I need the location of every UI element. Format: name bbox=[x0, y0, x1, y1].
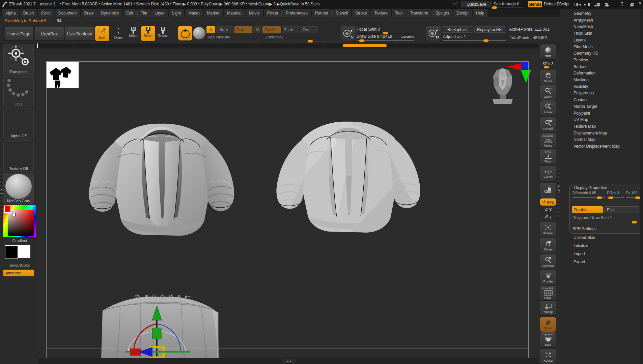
draw-size-slider[interactable] bbox=[357, 40, 414, 41]
tool-section-preview[interactable]: Preview bbox=[574, 58, 588, 62]
tool-section-nanomesh[interactable]: NanoMesh bbox=[574, 24, 593, 29]
z-intensity-slider[interactable] bbox=[265, 41, 340, 41]
home-page-button[interactable]: Home Page bbox=[5, 27, 33, 40]
menu-layer[interactable]: Layer bbox=[151, 9, 168, 17]
tool-section-uv-map[interactable]: UV Map bbox=[574, 117, 588, 122]
menu-alpha[interactable]: Alpha bbox=[2, 9, 19, 17]
ghost-button[interactable]: Ghost bbox=[540, 317, 556, 332]
menu-color[interactable]: Color bbox=[38, 9, 54, 17]
tray-segment[interactable] bbox=[288, 44, 324, 48]
zoom-button[interactable]: Zoom bbox=[540, 85, 556, 100]
tool-section-normal-map[interactable]: Normal Map bbox=[574, 137, 595, 142]
locator-icon[interactable] bbox=[151, 294, 157, 300]
tray-segment[interactable] bbox=[109, 44, 144, 48]
stroke-s-button[interactable]: S bbox=[341, 26, 356, 41]
menu-stroke[interactable]: Stroke bbox=[352, 9, 370, 17]
toggle-rgb-button[interactable]: Rgb bbox=[234, 26, 252, 33]
adjust-last-slider[interactable] bbox=[443, 40, 506, 41]
tray-segment[interactable] bbox=[503, 44, 538, 48]
stroke-dots-tile[interactable]: Dots bbox=[3, 76, 34, 107]
right-tray-divider[interactable]: ▸◂ bbox=[557, 168, 560, 219]
replay-last-rel-button[interactable]: ReplayLastRel bbox=[474, 26, 506, 33]
menu-light[interactable]: Light bbox=[169, 9, 184, 17]
menu-document[interactable]: Document bbox=[55, 9, 80, 17]
focal-shift-slider[interactable] bbox=[357, 33, 414, 33]
tray-left-toggle-icon[interactable]: ◀ bbox=[575, 3, 581, 6]
menu-zscript[interactable]: Zscript bbox=[453, 9, 472, 17]
secondary-color-swatch[interactable] bbox=[18, 245, 30, 258]
right-scrollbar[interactable] bbox=[640, 9, 643, 364]
window-next-icon[interactable]: ▶ bbox=[604, 3, 609, 7]
tray-segment[interactable] bbox=[217, 44, 252, 48]
menu-material[interactable]: Material bbox=[224, 9, 245, 17]
tray-segment[interactable] bbox=[431, 44, 467, 48]
dres-handle[interactable] bbox=[608, 196, 613, 199]
solo-button[interactable]: DynamicSolo bbox=[540, 332, 556, 347]
bpr-settings-item[interactable]: BPR Settings bbox=[572, 226, 596, 231]
tool-section-visibility[interactable]: Visibility bbox=[574, 84, 588, 89]
menu-help[interactable]: Help bbox=[473, 9, 488, 17]
menu-edit[interactable]: Edit bbox=[123, 9, 137, 17]
tool-section-contact[interactable]: Contact bbox=[574, 97, 587, 102]
tool-section-unified-skin[interactable]: Unified Skin bbox=[574, 235, 595, 240]
aahalf-button[interactable]: AAHalf bbox=[540, 117, 556, 132]
mode-edit-button[interactable]: Edit bbox=[95, 26, 109, 41]
transpose-tile[interactable]: Transpose bbox=[3, 44, 34, 75]
tray-segment[interactable] bbox=[38, 44, 73, 48]
z-button[interactable]: ↺ Z bbox=[540, 214, 556, 220]
mode-rotate-button[interactable]: RRotate bbox=[156, 26, 170, 41]
move-button[interactable]: Move bbox=[540, 238, 556, 253]
scroll-button[interactable]: Scroll bbox=[540, 70, 556, 85]
actual-button[interactable]: x1Actual bbox=[540, 100, 556, 116]
tool-section-geometry-hd[interactable]: Geometry HD bbox=[574, 51, 598, 56]
tool-section-displacement-map[interactable]: Displacement Map bbox=[574, 131, 607, 135]
tool-section-export[interactable]: Export bbox=[574, 260, 585, 264]
adjust-last-handle[interactable] bbox=[483, 39, 488, 42]
mode-move-button[interactable]: MMove bbox=[126, 26, 140, 41]
toggle-line-icon[interactable] bbox=[185, 294, 191, 300]
left-tray-divider[interactable]: ▸◂ bbox=[0, 170, 3, 221]
reset-icon[interactable]: ↺ bbox=[168, 294, 174, 300]
persp-button[interactable]: DynamicPersp bbox=[540, 133, 556, 148]
alpha-tile[interactable]: Alpha Off bbox=[3, 109, 34, 139]
tool-section-polygroups[interactable]: Polygroups bbox=[574, 91, 594, 95]
pin-icon[interactable] bbox=[143, 294, 148, 300]
es-handle[interactable] bbox=[635, 196, 640, 199]
tool-section-initialize[interactable]: Initialize bbox=[574, 243, 588, 248]
toggle-a-button[interactable]: A bbox=[206, 26, 215, 33]
restore-button[interactable] bbox=[630, 3, 634, 6]
tray-progress-bar[interactable] bbox=[343, 44, 387, 47]
toggle-zadd-button[interactable]: Zadd bbox=[262, 26, 281, 33]
tray-segment[interactable] bbox=[252, 44, 287, 48]
tool-section-morph-target[interactable]: Morph Target bbox=[574, 104, 597, 109]
canvas-scrollbar[interactable]: ◂▸ bbox=[283, 359, 296, 363]
dsmooth-slider[interactable] bbox=[572, 197, 605, 198]
menu-movie[interactable]: Movie bbox=[246, 9, 263, 17]
frame-button[interactable]: Frame bbox=[540, 222, 556, 237]
menu-picker[interactable]: Picker bbox=[264, 9, 282, 17]
rotate-button[interactable]: Rotate bbox=[540, 270, 556, 285]
menu-macro[interactable]: Macro bbox=[185, 9, 203, 17]
y-button[interactable]: ↺ Y bbox=[540, 206, 556, 213]
tray-segment[interactable] bbox=[145, 44, 180, 48]
current-brush-button[interactable] bbox=[178, 26, 192, 40]
lock-icon[interactable] bbox=[176, 294, 182, 300]
flip-button[interactable]: Flip bbox=[604, 206, 639, 213]
minimize-button[interactable]: ↧ bbox=[620, 1, 624, 7]
gear-icon[interactable] bbox=[134, 294, 140, 300]
quicksave-button[interactable]: QuickSave bbox=[461, 1, 492, 7]
transp-button[interactable]: Transp bbox=[540, 301, 556, 315]
alternate-button[interactable]: Alternate bbox=[3, 270, 34, 276]
main-color-swatch[interactable] bbox=[5, 245, 18, 259]
l-sym-button[interactable]: L.Sym bbox=[540, 166, 556, 181]
matcap-tile[interactable]: MatCap Gray bbox=[3, 173, 34, 204]
tray-segment[interactable] bbox=[74, 44, 109, 48]
lightbox-button[interactable]: LightBox bbox=[35, 27, 64, 40]
tool-section-texture-map[interactable]: Texture Map bbox=[574, 124, 596, 129]
toggle-mrgb-button[interactable]: Mrgb bbox=[216, 26, 233, 33]
tool-section-thick-skin[interactable]: Thick Skin bbox=[574, 31, 592, 36]
xyz-button[interactable]: ↺ XYZ bbox=[540, 198, 556, 206]
menu-preferences[interactable]: Preferences bbox=[282, 9, 311, 17]
tool-section-layers[interactable]: Layers bbox=[574, 38, 586, 42]
tool-section-deformation[interactable]: Deformation bbox=[574, 71, 595, 75]
